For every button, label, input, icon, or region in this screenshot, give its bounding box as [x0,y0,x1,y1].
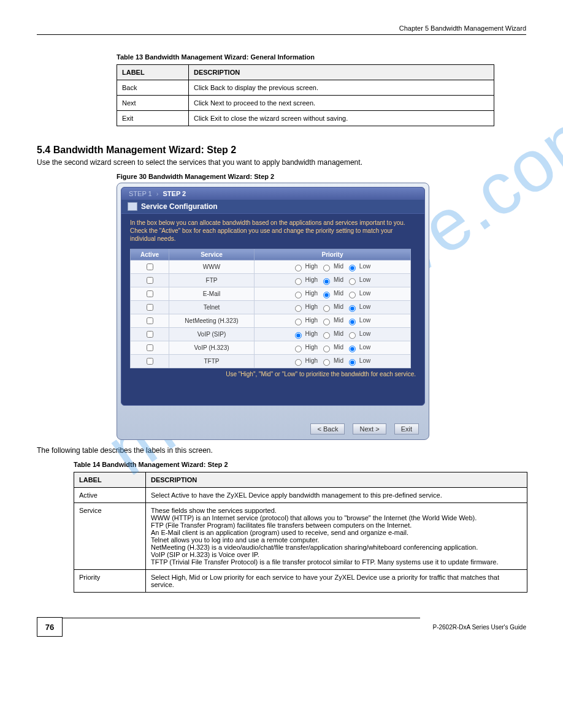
priority-mid-option[interactable]: Mid [320,357,343,364]
priority-cell: High Mid Low [255,301,411,314]
active-cell [131,287,169,301]
priority-cell: High Mid Low [255,274,411,287]
page-number: 76 [37,617,63,637]
intro-text: Use the second wizard screen to select t… [37,158,526,167]
svc-th-active: Active [131,249,169,260]
priority-mid-option[interactable]: Mid [320,276,343,283]
priority-low-option[interactable]: Low [346,344,370,351]
table-row-label: Service [74,503,146,570]
service-table: Active Service Priority WWW High Mid Low… [130,249,411,368]
service-name-cell: VoIP (H.323) [169,341,255,355]
table-row-desc: Select High, Mid or Low priority for eac… [146,570,527,593]
section-title-bar: Service Configuration [121,200,424,214]
priority-cell: High Mid Low [255,287,411,301]
table1: LABEL DESCRIPTION BackClick Back to disp… [117,64,494,126]
table-row-label: Priority [74,570,146,593]
active-checkbox[interactable] [147,304,153,311]
table1-th-label: LABEL [117,65,189,80]
table-row-desc: Click Back to display the previous scree… [189,80,494,96]
footer-guide-title: P-2602R-DxA Series User's Guide [432,624,526,631]
priority-high-option[interactable]: High [292,330,318,337]
exit-button[interactable]: Exit [394,423,419,434]
priority-low-option[interactable]: Low [346,330,370,337]
table1-caption: Table 13 Bandwidth Management Wizard: Ge… [117,53,526,61]
table-row-desc: These fields show the services supported… [146,503,527,570]
active-cell [131,355,169,368]
priority-low-option[interactable]: Low [346,303,370,310]
priority-cell: High Mid Low [255,341,411,355]
active-cell [131,314,169,328]
table2-th-label: LABEL [74,472,146,488]
active-cell [131,328,169,341]
table-row-desc: Click Next to proceed to the next screen… [189,96,494,111]
next-button[interactable]: Next > [353,423,386,434]
step2-label: STEP 2 [163,190,186,197]
table2-th-desc: DESCRIPTION [146,472,527,488]
active-cell [131,301,169,314]
priority-high-option[interactable]: High [292,317,318,324]
priority-high-option[interactable]: High [292,263,318,270]
step1-label: STEP 1 [129,190,152,197]
service-name-cell: VoIP (SIP) [169,328,255,341]
active-checkbox[interactable] [147,264,153,270]
priority-cell: High Mid Low [255,260,411,274]
priority-low-option[interactable]: Low [346,317,370,324]
priority-low-option[interactable]: Low [346,290,370,297]
folder-icon [128,202,137,211]
figure-caption: Figure 30 Bandwidth Management Wizard: S… [117,173,526,180]
service-name-cell: WWW [169,260,255,274]
service-name-cell: E-Mail [169,287,255,301]
active-checkbox[interactable] [147,358,153,365]
active-cell [131,274,169,287]
step-breadcrumb: STEP 1 › STEP 2 [121,188,424,200]
priority-cell: High Mid Low [255,314,411,328]
table2: LABEL DESCRIPTION ActiveSelect Active to… [74,472,527,593]
section-description: In the box below you can allocate bandwi… [121,214,424,249]
active-checkbox[interactable] [147,277,153,284]
footer-rule [63,618,420,618]
svc-th-priority: Priority [255,249,411,260]
table-row-label: Exit [117,111,189,126]
service-name-cell: FTP [169,274,255,287]
hint-text: Use "High", "Mid" or "Low" to prioritize… [121,368,424,380]
priority-low-option[interactable]: Low [346,357,370,364]
priority-high-option[interactable]: High [292,290,318,297]
priority-mid-option[interactable]: Mid [320,263,343,270]
priority-low-option[interactable]: Low [346,276,370,283]
service-name-cell: TFTP [169,355,255,368]
active-checkbox[interactable] [147,344,153,351]
priority-high-option[interactable]: High [292,276,318,283]
priority-high-option[interactable]: High [292,303,318,310]
priority-mid-option[interactable]: Mid [320,330,343,337]
wizard-screenshot: STEP 1 › STEP 2 Service Configuration In… [117,183,429,440]
priority-high-option[interactable]: High [292,344,318,351]
service-name-cell: NetMeeting (H.323) [169,314,255,328]
table1-th-desc: DESCRIPTION [189,65,494,80]
active-cell [131,341,169,355]
priority-low-option[interactable]: Low [346,263,370,270]
priority-cell: High Mid Low [255,355,411,368]
priority-cell: High Mid Low [255,328,411,341]
active-checkbox[interactable] [147,331,153,338]
active-checkbox[interactable] [147,317,153,324]
priority-high-option[interactable]: High [292,357,318,364]
table-row-label: Back [117,80,189,96]
page-header: Chapter 5 Bandwidth Management Wizard [37,25,526,35]
service-name-cell: Telnet [169,301,255,314]
back-button[interactable]: < Back [310,423,345,434]
priority-mid-option[interactable]: Mid [320,317,343,324]
active-cell [131,260,169,274]
table-row-label: Next [117,96,189,111]
priority-mid-option[interactable]: Mid [320,344,343,351]
wizard-footer: < Back Next > Exit [304,423,419,434]
table-row-desc: Select Active to have the ZyXEL Device a… [146,488,527,503]
priority-mid-option[interactable]: Mid [320,290,343,297]
table-row-label: Active [74,488,146,503]
heading-step2: 5.4 Bandwidth Management Wizard: Step 2 [37,145,526,156]
active-checkbox[interactable] [147,290,153,297]
section-title: Service Configuration [141,202,218,211]
table-row-desc: Click Exit to close the wizard screen wi… [189,111,494,126]
priority-mid-option[interactable]: Mid [320,303,343,310]
svc-th-service: Service [169,249,255,260]
table2-caption: Table 14 Bandwidth Management Wizard: St… [74,461,526,468]
